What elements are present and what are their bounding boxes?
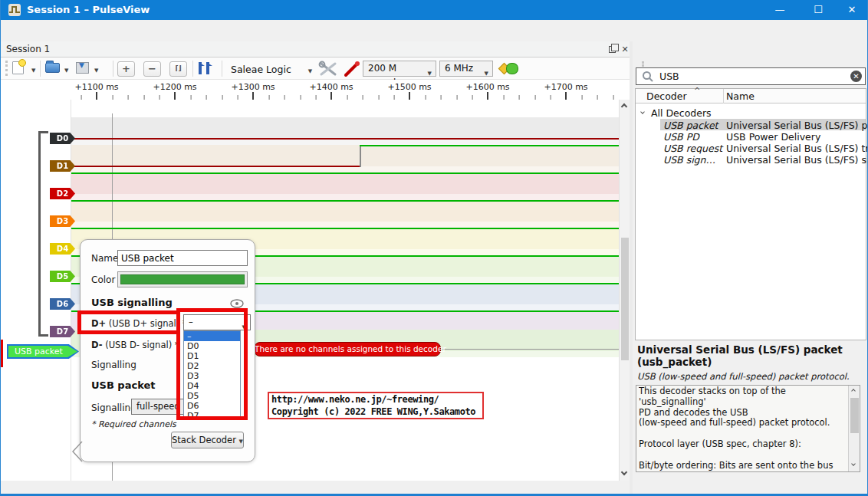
new-view-dropdown-arrow[interactable]: ▼ (31, 67, 35, 74)
device-selector[interactable]: Saleae Logic ▼ (231, 64, 312, 75)
required-channels-note: * Required channels (91, 419, 176, 429)
channel-group-bracket[interactable] (38, 131, 48, 337)
popup-callout-arrow (71, 440, 84, 463)
d2-high-trace (71, 172, 619, 174)
show-cursors-button[interactable] (199, 62, 214, 77)
watermark-url: http://www.neko.ne.jp/~freewing/ (271, 393, 480, 406)
decoder-name-input[interactable] (117, 250, 248, 266)
watermark-url-box: http://www.neko.ne.jp/~freewing/ Copyrig… (268, 392, 484, 419)
flag-icon (206, 62, 209, 74)
channel-label-d1[interactable]: D1 (50, 160, 75, 172)
decoder-id: USB PD (663, 131, 699, 143)
window-title: Session 1 – PulseView (27, 4, 150, 15)
channel-band-d3 (71, 200, 619, 222)
stack-decoder-button[interactable]: Stack Decoder ▼ (171, 432, 244, 448)
annotation-box-dplus-label (77, 310, 180, 334)
panel-drag-handle[interactable] (642, 61, 645, 64)
dock-close-icon[interactable]: ✕ (620, 44, 630, 55)
description-scrollbar-thumb[interactable] (850, 398, 859, 433)
channel-label-d5[interactable]: D5 (50, 271, 75, 282)
scroll-up-icon[interactable] (621, 103, 627, 110)
color-label: Color (91, 274, 115, 285)
open-dropdown-arrow[interactable]: ▼ (64, 67, 68, 74)
time-ruler[interactable]: +1100 ms +1200 ms +1300 ms +1400 ms +150… (1, 80, 630, 100)
dminus-channel-label: D- (USB D- signal) * (91, 340, 179, 350)
channel-label-d6[interactable]: D6 (50, 298, 75, 310)
d3-high-trace (71, 200, 619, 202)
save-file-button[interactable] (76, 61, 89, 74)
search-icon (642, 71, 654, 83)
decoder-table-header[interactable]: Decoder ^ Name (636, 89, 866, 103)
decoder-id: USB sign… (663, 154, 715, 166)
sample-rate-value: 6 MHz (445, 63, 473, 74)
zoom-out-button[interactable]: − (143, 61, 161, 77)
decoder-tree[interactable]: Decoder ^ Name All Decoders USB packet U… (635, 88, 866, 340)
sample-rate-select[interactable]: 6 MHz ▼ (439, 61, 493, 77)
channel-label-d7[interactable]: D7 (50, 326, 75, 337)
new-view-button[interactable] (12, 61, 24, 74)
decoder-row-usb-pd[interactable]: USB PD USB Power Delivery (636, 131, 866, 142)
column-header-decoder[interactable]: Decoder (646, 90, 687, 102)
vertical-scrollbar-thumb[interactable] (621, 238, 629, 360)
ruler-tick-label: +1200 ms (153, 82, 196, 92)
maximize-button[interactable]: ☐ (803, 0, 833, 20)
channel-label-d0[interactable]: D0 (50, 133, 75, 144)
decoder-detail-title: Universal Serial Bus (LS/FS) packet (usb… (637, 343, 866, 368)
decoder-search-box[interactable]: USB ✕ (636, 67, 866, 85)
flag-icon (199, 62, 202, 74)
scroll-down-icon[interactable] (621, 469, 627, 475)
decoder-row-usb-packet[interactable]: USB packet Universal Serial Bus (LS/FS) … (636, 120, 866, 130)
decoder-id: USB packet (663, 120, 718, 131)
column-divider[interactable] (723, 89, 724, 103)
decoder-name: Universal Serial Bus (LS/FS) packet (726, 120, 868, 131)
close-button[interactable]: ✕ (837, 0, 867, 20)
channel-label-d2[interactable]: D2 (50, 188, 75, 199)
decoder-selector-panel: USB ✕ Decoder ^ Name All Decoders USB pa… (633, 41, 868, 496)
new-view-icon (12, 61, 24, 74)
description-scrollbar[interactable] (848, 386, 860, 471)
window-titlebar[interactable]: Session 1 – PulseView — ☐ ✕ (1, 0, 867, 20)
column-header-name[interactable]: Name (726, 90, 755, 102)
zoom-in-button[interactable]: + (117, 61, 135, 77)
configure-device-button[interactable] (318, 61, 338, 80)
decoder-row-usb-request[interactable]: USB request Universal Serial Bus (LS/FS)… (636, 143, 866, 153)
section-usb-signalling: USB signalling (91, 297, 173, 308)
ruler-tick-label: +1100 ms (74, 82, 118, 92)
zoom-fit-button[interactable]: ⌈⌋ (169, 61, 187, 77)
decoder-error-message: There are no channels assigned to this d… (254, 342, 441, 356)
ruler-tick-label: +1300 ms (231, 82, 275, 92)
decoder-tag-usb-packet[interactable]: USB packet (7, 344, 79, 359)
scroll-up-icon[interactable] (851, 389, 856, 393)
channel-label-d4[interactable]: D4 (50, 243, 75, 255)
sample-count-select[interactable]: 200 M samples ▼ (363, 61, 436, 77)
clear-search-icon[interactable]: ✕ (850, 71, 862, 82)
session-toolbar: ▼ ▼ ▼ + − ⌈⌋ Saleae Logic ▼ (1, 57, 630, 80)
minimize-button[interactable]: — (764, 0, 795, 20)
scroll-down-icon[interactable] (851, 462, 856, 466)
pulseview-window: Session 1 – PulseView — ☐ ✕ Run Session … (0, 0, 868, 496)
dock-float-icon[interactable] (607, 44, 617, 55)
annotation-red-strip (1, 340, 3, 367)
decoder-row-usb-signalling[interactable]: USB sign… Universal Serial Bus (LS/FS) s… (636, 154, 866, 165)
ruler-tick-label: +1600 ms (465, 82, 509, 92)
configure-channels-button[interactable] (343, 61, 361, 80)
toolbar-drag-handle[interactable] (5, 61, 8, 76)
tree-root-all-decoders[interactable]: All Decoders (636, 107, 866, 118)
vertical-scrollbar[interactable] (619, 100, 630, 481)
channel-band-d0 (71, 117, 619, 139)
signalling2-label: Signalling (91, 402, 136, 413)
decoder-description-box[interactable]: This decoder stacks on top of the 'usb_s… (636, 385, 860, 472)
wrench-screwdriver-icon (318, 61, 338, 77)
channel-band-d1 (71, 145, 619, 166)
main-toolbar-row: Run Session 1 ✕ (1, 20, 867, 41)
decoder-name: USB Power Delivery (726, 131, 820, 143)
channel-label-d3[interactable]: D3 (50, 215, 75, 227)
device-dropdown-arrow: ▼ (308, 68, 312, 74)
search-input[interactable]: USB (659, 71, 679, 82)
decoder-description-text: This decoder stacks on top of the 'usb_s… (639, 386, 846, 471)
tree-expand-icon[interactable] (640, 110, 645, 114)
eye-icon[interactable] (230, 299, 244, 308)
decoder-color-button[interactable] (117, 271, 248, 287)
save-dropdown-arrow[interactable]: ▼ (94, 67, 98, 74)
open-file-button[interactable] (45, 60, 60, 73)
